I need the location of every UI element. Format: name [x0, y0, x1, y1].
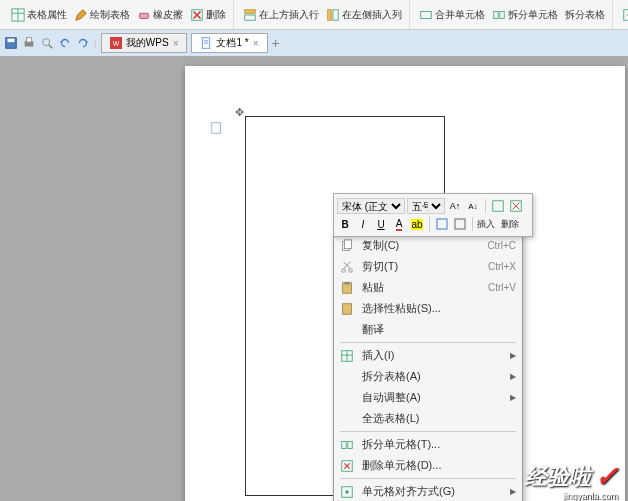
svg-rect-36 — [344, 239, 351, 248]
svg-rect-18 — [8, 39, 15, 43]
mini-delete-label[interactable]: 删除 — [501, 218, 519, 231]
menu-paste-special[interactable]: 选择性粘贴(S)... — [334, 298, 522, 319]
col-left-icon — [326, 8, 340, 22]
mini-underline-button[interactable]: U — [373, 216, 389, 232]
mini-fontcolor-button[interactable]: A — [391, 216, 407, 232]
svg-rect-7 — [245, 15, 256, 20]
menu-autofit[interactable]: 自动调整(A)▶ — [334, 387, 522, 408]
svg-rect-9 — [333, 9, 338, 20]
menu-cell-align[interactable]: 单元格对齐方式(G)▶ — [334, 481, 522, 501]
svg-rect-10 — [328, 9, 332, 20]
row-above-icon — [243, 8, 257, 22]
mini-bold-button[interactable]: B — [337, 216, 353, 232]
undo-icon[interactable] — [58, 36, 72, 50]
submenu-arrow-icon: ▶ — [510, 372, 516, 381]
autofit-button[interactable]: 自动调整 — [619, 6, 628, 24]
mini-size-select[interactable]: 五号 — [407, 198, 445, 214]
svg-text:W: W — [113, 40, 120, 47]
mini-align-button[interactable] — [434, 216, 450, 232]
svg-rect-12 — [494, 11, 498, 18]
context-menu: 复制(C)Ctrl+C 剪切(T)Ctrl+X 粘贴Ctrl+V 选择性粘贴(S… — [333, 232, 523, 501]
watermark: 经验啦 ✓ — [525, 460, 618, 493]
border-icon — [454, 218, 466, 230]
doc-icon — [200, 37, 212, 49]
wps-home-tab[interactable]: W 我的WPS × — [101, 33, 188, 53]
ribbon-group-merge: 合并单元格 拆分单元格 拆分表格 — [412, 0, 613, 29]
save-icon[interactable] — [4, 36, 18, 50]
ribbon-group-rows: 在上方插入行 在左侧插入列 — [236, 0, 410, 29]
print-icon[interactable] — [22, 36, 36, 50]
insert-table-icon — [340, 349, 354, 363]
svg-rect-29 — [493, 201, 504, 212]
delete-icon — [509, 199, 523, 213]
svg-point-38 — [349, 268, 353, 272]
workspace: ✥ — [0, 56, 628, 501]
menu-delete-cell[interactable]: 删除单元格(D)... — [334, 455, 522, 476]
mini-border-button[interactable] — [452, 216, 468, 232]
pencil-icon — [74, 8, 88, 22]
svg-point-53 — [345, 490, 349, 494]
svg-line-22 — [49, 45, 53, 49]
svg-rect-47 — [342, 441, 346, 448]
menu-copy[interactable]: 复制(C)Ctrl+C — [334, 235, 522, 256]
eraser-button[interactable]: 橡皮擦 — [134, 6, 186, 24]
insert-row-above-button[interactable]: 在上方插入行 — [240, 6, 322, 24]
mini-italic-button[interactable]: I — [355, 216, 371, 232]
table-move-handle[interactable]: ✥ — [235, 106, 244, 119]
mini-font-select[interactable]: 宋体 (正文) — [337, 198, 405, 214]
merge-icon — [419, 8, 433, 22]
redo-icon[interactable] — [76, 36, 90, 50]
svg-rect-42 — [344, 281, 349, 284]
check-icon: ✓ — [595, 460, 618, 493]
page-marker-icon — [210, 121, 224, 135]
grow-font-button[interactable]: A↑ — [447, 198, 463, 214]
document-tab[interactable]: 文档1 * × — [191, 33, 267, 53]
ribbon-group-autofit: 自动调整 — [615, 0, 628, 29]
cell-align-icon — [340, 485, 354, 499]
menu-cut[interactable]: 剪切(T)Ctrl+X — [334, 256, 522, 277]
submenu-arrow-icon: ▶ — [510, 393, 516, 402]
add-tab-button[interactable]: + — [272, 35, 280, 51]
close-tab-icon[interactable]: × — [173, 38, 179, 49]
copy-icon — [340, 239, 354, 253]
table-properties-button[interactable]: 表格属性 — [8, 6, 70, 24]
delete-button[interactable]: 删除 — [187, 6, 229, 24]
paste-special-icon — [340, 302, 354, 316]
menu-separator — [340, 342, 516, 343]
cut-icon — [340, 260, 354, 274]
mini-toolbar: 宋体 (正文) 五号 A↑ A↓ B I U A ab 插入 删除 — [333, 193, 533, 237]
menu-paste[interactable]: 粘贴Ctrl+V — [334, 277, 522, 298]
split-icon — [492, 8, 506, 22]
mini-insert-button[interactable] — [490, 198, 506, 214]
menu-split-table[interactable]: 拆分表格(A)▶ — [334, 366, 522, 387]
menu-separator — [340, 478, 516, 479]
svg-rect-33 — [437, 219, 447, 229]
shrink-font-button[interactable]: A↓ — [465, 198, 481, 214]
ribbon-group-table: 表格属性 绘制表格 橡皮擦 删除 — [4, 0, 234, 29]
merge-cells-button[interactable]: 合并单元格 — [416, 6, 488, 24]
mini-highlight-button[interactable]: ab — [409, 216, 425, 232]
split-cells-button[interactable]: 拆分单元格 — [489, 6, 561, 24]
preview-icon[interactable] — [40, 36, 54, 50]
ribbon-toolbar: 表格属性 绘制表格 橡皮擦 删除 在上方插入行 在左侧插入列 合并单元格 拆分单… — [0, 0, 628, 30]
close-tab-icon[interactable]: × — [253, 38, 259, 49]
table-icon — [11, 8, 25, 22]
delete-icon — [190, 8, 204, 22]
insert-col-left-button[interactable]: 在左侧插入列 — [323, 6, 405, 24]
mini-delete-button[interactable] — [508, 198, 524, 214]
svg-rect-8 — [245, 9, 256, 13]
svg-rect-28 — [212, 123, 221, 134]
paste-icon — [340, 281, 354, 295]
menu-insert[interactable]: 插入(I)▶ — [334, 345, 522, 366]
svg-point-37 — [342, 268, 346, 272]
split-table-button[interactable]: 拆分表格 — [562, 6, 608, 24]
svg-point-21 — [43, 39, 50, 46]
svg-rect-13 — [500, 11, 504, 18]
submenu-arrow-icon: ▶ — [510, 487, 516, 496]
wps-icon: W — [110, 37, 122, 49]
draw-table-button[interactable]: 绘制表格 — [71, 6, 133, 24]
mini-insert-label[interactable]: 插入 — [477, 218, 495, 231]
menu-select-all-table[interactable]: 全选表格(L) — [334, 408, 522, 429]
menu-split-cell[interactable]: 拆分单元格(T)... — [334, 434, 522, 455]
menu-translate[interactable]: 翻译 — [334, 319, 522, 340]
